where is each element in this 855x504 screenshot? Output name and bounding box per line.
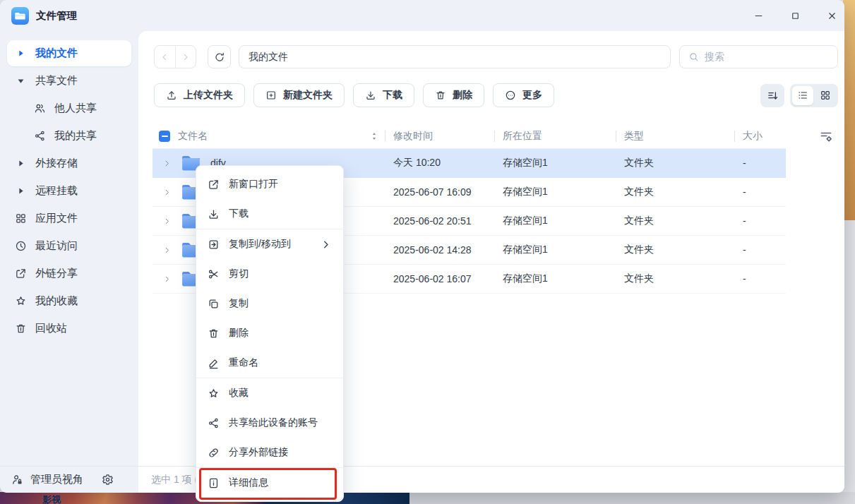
context-menu-item-icon — [208, 477, 220, 489]
context-menu-item[interactable]: 新窗口打开 — [196, 169, 343, 199]
sidebar-item[interactable]: 外链分享 — [7, 260, 131, 287]
context-menu-item[interactable]: 剪切 — [196, 259, 343, 289]
sort-carets-icon[interactable] — [369, 131, 379, 141]
grid-view-button[interactable] — [815, 86, 836, 105]
minimize-button[interactable] — [740, 0, 777, 31]
forward-button[interactable] — [176, 46, 196, 68]
context-menu-item[interactable]: 分享外部链接 — [196, 438, 343, 467]
sidebar-item-icon — [15, 75, 27, 87]
sidebar-item[interactable]: 应用文件 — [7, 205, 131, 232]
file-location: 存储空间1 — [494, 157, 616, 169]
toolbar-action-icon — [435, 90, 446, 101]
sidebar-item[interactable]: 远程挂载 — [7, 178, 131, 204]
back-icon — [160, 52, 169, 62]
sidebar-item-icon — [15, 185, 27, 197]
desktop-folder-label: 影视 — [42, 493, 61, 504]
admin-view-section: 管理员视角 — [0, 467, 138, 493]
context-menu-item-label: 分享外部链接 — [229, 446, 288, 459]
column-header-time[interactable]: 修改时间 — [385, 130, 494, 143]
table-header: 文件名 修改时间 所在位置 类型 大小 — [153, 124, 786, 149]
close-button[interactable] — [813, 0, 844, 31]
context-menu-item-label: 详细信息 — [229, 476, 268, 489]
row-expand-icon[interactable] — [162, 246, 172, 255]
sidebar-item-label: 最近访问 — [35, 239, 78, 253]
file-modified-time: 2025-06-02 16:07 — [385, 273, 494, 284]
refresh-button[interactable] — [208, 45, 231, 68]
sidebar-item[interactable]: 回收站 — [7, 316, 131, 342]
column-header-name[interactable]: 文件名 — [178, 130, 208, 143]
context-menu-item-label: 新窗口打开 — [229, 178, 278, 191]
list-view-icon — [797, 90, 808, 101]
file-size: - — [734, 157, 786, 169]
desktop-wallpaper-right — [843, 0, 855, 220]
toolbar-action-label: 新建文件夹 — [283, 89, 333, 102]
app-title: 文件管理 — [36, 9, 77, 23]
file-location: 存储空间1 — [494, 186, 616, 198]
sidebar-item-label: 我的收藏 — [35, 294, 78, 308]
column-header-location[interactable]: 所在位置 — [494, 130, 616, 143]
toolbar-action-button[interactable]: 更多 — [493, 83, 554, 107]
sort-button[interactable] — [760, 84, 784, 107]
sidebar-item-icon — [15, 157, 27, 169]
toolbar-action-button[interactable]: 上传文件夹 — [154, 83, 245, 107]
sidebar-item[interactable]: 最近访问 — [7, 233, 131, 259]
context-menu-item-label: 删除 — [229, 327, 249, 340]
context-menu-item-label: 收藏 — [229, 387, 249, 400]
sidebar-item-icon — [34, 102, 46, 114]
column-header-size[interactable]: 大小 — [734, 130, 786, 143]
toolbar-action-button[interactable]: 下载 — [353, 83, 414, 107]
sidebar-item[interactable]: 外接存储 — [7, 150, 131, 176]
sidebar-item-icon — [15, 212, 27, 224]
sidebar-item-label: 他人共享 — [54, 102, 97, 115]
context-menu-item-icon — [208, 239, 220, 251]
context-menu-item[interactable]: 复制到/移动到 — [196, 229, 343, 259]
sidebar-item[interactable]: 我的文件 — [7, 40, 131, 66]
sidebar-item[interactable]: 我的收藏 — [7, 288, 131, 314]
row-expand-icon[interactable] — [162, 275, 172, 284]
path-input[interactable]: 我的文件 — [239, 45, 671, 68]
context-menu-item[interactable]: 收藏 — [196, 378, 343, 408]
back-button[interactable] — [155, 46, 176, 68]
context-menu-item[interactable]: 下载 — [196, 199, 343, 229]
sidebar-item-label: 我的文件 — [35, 47, 78, 60]
grid-view-icon — [820, 90, 831, 101]
context-menu-item[interactable]: 重命名 — [196, 348, 343, 378]
row-expand-icon[interactable] — [162, 217, 172, 226]
file-modified-time: 今天 10:20 — [385, 157, 494, 169]
maximize-icon — [790, 11, 801, 21]
gear-icon[interactable] — [102, 474, 114, 486]
toolbar-action-button[interactable]: 删除 — [423, 83, 484, 107]
maximize-button[interactable] — [777, 0, 813, 31]
selection-status-text: 选中 1 项 ( — [151, 474, 198, 486]
sidebar: 我的文件 共享文件 他人共享 我的共享 — [0, 31, 138, 466]
toolbar-action-icon — [166, 90, 177, 101]
toolbar-action-button[interactable]: 新建文件夹 — [253, 83, 345, 107]
context-menu-item[interactable]: 删除 — [196, 318, 343, 348]
forward-icon — [181, 52, 191, 62]
refresh-icon — [214, 52, 225, 63]
row-expand-icon[interactable] — [162, 188, 172, 197]
column-settings-icon[interactable] — [819, 129, 833, 143]
sidebar-item[interactable]: 他人共享 — [7, 95, 131, 121]
context-menu-item[interactable]: 详细信息 — [196, 468, 343, 498]
list-view-button[interactable] — [792, 86, 813, 105]
minimize-icon — [753, 11, 764, 21]
file-modified-time: 2025-06-02 14:28 — [385, 244, 494, 256]
context-menu-item[interactable]: 共享给此设备的账号 — [196, 408, 343, 438]
view-tools — [760, 84, 838, 107]
file-type: 文件夹 — [616, 215, 734, 227]
sidebar-item-icon — [15, 240, 27, 252]
row-expand-icon[interactable] — [162, 159, 172, 168]
admin-view-label: 管理员视角 — [30, 473, 83, 486]
select-all-checkbox[interactable] — [159, 131, 170, 142]
toolbar-action-icon — [505, 90, 516, 101]
context-menu-item[interactable]: 复制 — [196, 289, 343, 318]
search-input[interactable]: 搜索 — [679, 45, 838, 68]
sidebar-item-icon — [15, 295, 27, 307]
context-menu-item-label: 共享给此设备的账号 — [229, 416, 318, 429]
sidebar-item[interactable]: 共享文件 — [7, 68, 131, 94]
file-size: - — [734, 244, 786, 256]
sidebar-item[interactable]: 我的共享 — [7, 123, 131, 149]
column-header-type[interactable]: 类型 — [616, 130, 734, 143]
search-icon — [688, 52, 699, 62]
